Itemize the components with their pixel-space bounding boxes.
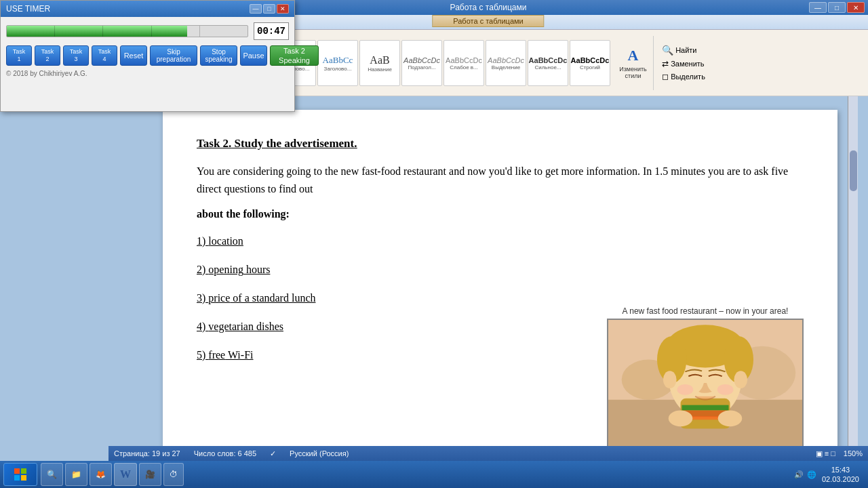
timer-progress-bar <box>6 25 248 37</box>
task-about: about the following: <box>197 208 290 220</box>
timer-content: 00:47 Task1 Task2 Task3 Task4 Reset Skip… <box>1 17 294 83</box>
reset-button[interactable]: Reset <box>120 45 147 66</box>
list-num-1: 1) <box>197 235 208 247</box>
timer-maximize-button[interactable]: □ <box>263 4 275 14</box>
list-word-1: location <box>208 235 243 247</box>
list-word-5: free <box>208 349 225 361</box>
style-zagolovok2[interactable]: AaBbCc Заголово... <box>317 40 358 86</box>
word-minimize-button[interactable]: — <box>809 2 827 13</box>
word-icon: W <box>120 468 131 481</box>
list-rest-5: Wi-Fi <box>225 349 253 361</box>
taskbar-apps: 🔍 📁 🦊 W 🎥 ⏱ <box>41 463 794 486</box>
ribbon-group-change-styles: A Изменитьстили <box>613 36 654 90</box>
svg-rect-11 <box>682 405 728 411</box>
timer-minimize-button[interactable]: — <box>250 4 262 14</box>
list-rest-4: dishes <box>254 321 283 332</box>
style-slaboe-v[interactable]: AaBbCcDc Слабое в... <box>443 40 484 86</box>
word-maximize-button[interactable]: □ <box>828 2 846 13</box>
taskbar-timer[interactable]: ⏱ <box>163 463 184 486</box>
list-item-1: 1) location <box>197 233 804 249</box>
style-silnoe[interactable]: AaBbCcDc Сильное... <box>528 40 568 86</box>
replace-button[interactable]: ⇄ Заменить <box>662 59 705 69</box>
task2-button[interactable]: Task2 <box>35 45 60 66</box>
change-styles-icon[interactable]: A <box>628 47 639 64</box>
timer-titlebar: USE TIMER — □ ✕ <box>1 1 294 17</box>
list-num-4: 4) <box>197 321 208 332</box>
list-num-2: 2) <box>197 264 208 275</box>
svg-point-17 <box>677 384 694 395</box>
task-number: Task 2. <box>197 137 231 150</box>
task4-button[interactable]: Task4 <box>92 45 117 66</box>
list-word-4: vegetarian <box>208 321 254 332</box>
taskbar-search[interactable]: 🔍 <box>41 463 63 486</box>
task2-speaking-button[interactable]: Task 2Speaking <box>270 45 319 66</box>
list-word-3: price <box>208 292 230 304</box>
status-lang: Русский (Россия) <box>290 449 349 458</box>
windows-logo-icon <box>14 468 27 481</box>
start-button[interactable] <box>3 463 37 486</box>
change-styles-label: Изменитьстили <box>619 66 647 79</box>
taskbar-file-explorer[interactable]: 📁 <box>65 463 87 486</box>
timer-close-button[interactable]: ✕ <box>277 4 289 14</box>
taskbar-right: 🔊 🌐 15:43 02.03.2020 <box>794 465 865 485</box>
task1-button[interactable]: Task1 <box>6 45 32 66</box>
taskbar-video[interactable]: 🎥 <box>139 463 161 486</box>
system-tray: 🔊 🌐 <box>794 470 816 479</box>
task3-button[interactable]: Task3 <box>63 45 89 66</box>
doc-area[interactable]: Task 2. Study the advertisement. You are… <box>108 96 858 461</box>
word-close-button[interactable]: ✕ <box>847 2 865 13</box>
list-num-3: 3) <box>197 292 208 304</box>
task-body-text2: about the following: <box>197 205 804 223</box>
list-item-3: 3) price of a standard lunch <box>197 290 804 306</box>
list-rest-3: of a standard lunch <box>230 292 315 304</box>
ribbon-group-find: 🔍 Найти ⇄ Заменить ◻ Выделить <box>656 36 711 90</box>
task-heading-main: Task 2. Study the advertisement. <box>197 137 357 150</box>
status-page: Страница: 19 из 27 <box>114 449 180 458</box>
style-nazvanie[interactable]: AaB Название <box>359 40 400 86</box>
advertisement-box: A new fast food restaurant – now in your… <box>607 306 804 454</box>
list-rest-2: hours <box>243 264 271 275</box>
svg-rect-22 <box>21 475 26 481</box>
scrollbar-thumb[interactable] <box>850 150 857 191</box>
pause-button[interactable]: Pause <box>240 45 267 66</box>
skip-preparation-button[interactable]: Skippreparation <box>150 45 197 66</box>
timer-window: USE TIMER — □ ✕ 00:47 Task1 <box>0 0 295 112</box>
taskbar-word[interactable]: W <box>114 463 137 486</box>
timer-icon: ⏱ <box>170 470 178 479</box>
taskbar: 🔍 📁 🦊 W 🎥 ⏱ 🔊 🌐 15:43 02.03.2020 <box>0 461 868 488</box>
clock-time: 15:43 <box>822 465 859 474</box>
style-podzagolovok[interactable]: AaBbCcDc Подзагол... <box>401 40 442 86</box>
timer-copyright: © 2018 by Chikhiriyev A.G. <box>6 70 289 77</box>
ribbon-top-tab[interactable]: Работа с таблицами <box>432 15 544 27</box>
ad-caption: A new fast food restaurant – now in your… <box>607 306 804 316</box>
folder-icon: 📁 <box>71 470 81 479</box>
clock-date: 02.03.2020 <box>822 474 859 484</box>
svg-rect-21 <box>14 475 20 481</box>
stop-speaking-button[interactable]: Stopspeaking <box>200 45 237 66</box>
find-button[interactable]: 🔍 Найти <box>662 45 705 56</box>
status-view-icons: ▣ ≡ □ <box>816 449 835 458</box>
status-spell-icon: ✓ <box>270 449 276 458</box>
search-icon: 🔍 <box>47 470 57 479</box>
task-heading-rest: Study the advertisement. <box>231 137 357 150</box>
status-words: Число слов: 6 485 <box>194 449 256 458</box>
ad-image-svg <box>608 319 802 454</box>
video-icon: 🎥 <box>145 470 155 479</box>
word-title: Работа с таблицами <box>450 3 527 12</box>
svg-point-15 <box>669 411 693 427</box>
timer-display: 00:47 <box>254 22 289 40</box>
taskbar-clock: 15:43 02.03.2020 <box>822 465 859 485</box>
select-button[interactable]: ◻ Выделить <box>662 72 705 82</box>
tray-icon-1: 🔊 <box>794 470 804 479</box>
taskbar-firefox[interactable]: 🦊 <box>90 463 112 486</box>
svg-rect-19 <box>14 468 20 474</box>
timer-buttons: Task1 Task2 Task3 Task4 Reset Skipprepar… <box>6 45 289 66</box>
svg-point-16 <box>718 411 743 427</box>
status-bar: Страница: 19 из 27 Число слов: 6 485 ✓ Р… <box>108 446 868 461</box>
style-strogiy[interactable]: AaBbCcDc Строгий <box>570 40 610 86</box>
style-vydelenie[interactable]: AaBbCcDc Выделение <box>486 40 526 86</box>
document-scrollbar[interactable] <box>848 96 858 461</box>
timer-window-controls: — □ ✕ <box>250 4 289 14</box>
firefox-icon: 🦊 <box>96 470 106 479</box>
word-window-controls: — □ ✕ <box>809 2 865 13</box>
